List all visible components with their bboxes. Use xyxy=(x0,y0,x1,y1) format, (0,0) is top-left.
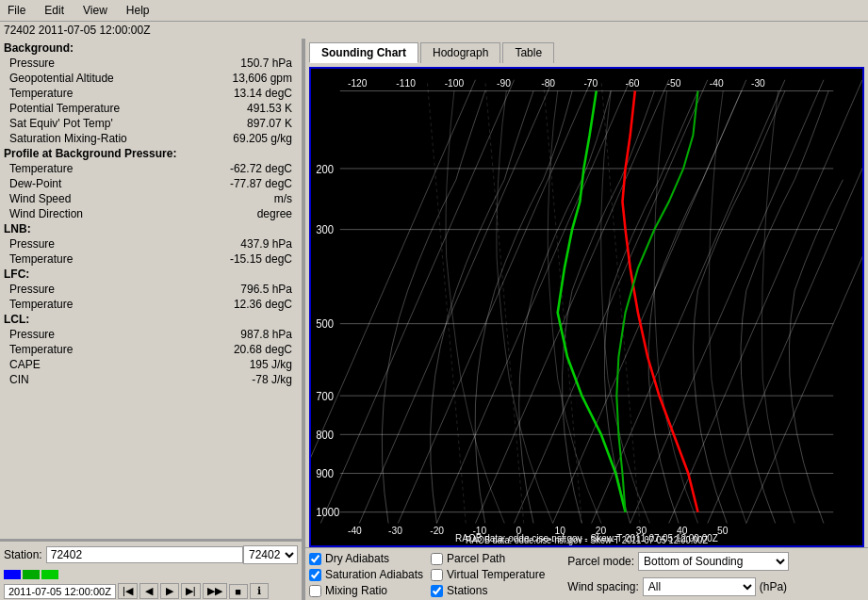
chart-caption: RAOB data: odde.cise-nsf.gov - Skew-T 20… xyxy=(311,533,862,543)
data-label: Dew-Point xyxy=(9,177,61,190)
checkbox-dry-adiabats-input[interactable] xyxy=(309,553,321,565)
data-label: Geopotential Altitude xyxy=(9,72,114,85)
left-panel-wrapper: Background:Pressure150.7 hPaGeopotential… xyxy=(0,39,302,600)
svg-text:900: 900 xyxy=(316,466,334,480)
wind-spacing-unit: (hPa) xyxy=(760,580,787,593)
checkbox-mixing-ratio-input[interactable] xyxy=(309,585,321,597)
data-row: Temperature13.14 degC xyxy=(2,86,300,101)
section-header: LCL: xyxy=(2,312,300,327)
data-row: Pressure150.7 hPa xyxy=(2,56,300,71)
main-layout: Background:Pressure150.7 hPaGeopotential… xyxy=(0,39,868,600)
data-label: Wind Speed xyxy=(9,192,71,205)
data-label: Temperature xyxy=(9,343,73,356)
tab-bar: Sounding Chart Hodograph Table xyxy=(305,39,868,63)
nav-next[interactable]: ▶| xyxy=(181,583,201,599)
svg-rect-0 xyxy=(311,69,862,545)
checkbox-sat-adiabats-input[interactable] xyxy=(309,569,321,581)
section-header: Profile at Background Pressure: xyxy=(2,146,300,161)
checkbox-stations-input[interactable] xyxy=(431,585,443,597)
data-row: Pressure987.8 hPa xyxy=(2,327,300,342)
nav-info[interactable]: ℹ xyxy=(250,583,269,599)
checkbox-dry-adiabats-label[interactable]: Dry Adiabats xyxy=(325,552,389,565)
control-group-3: Parcel mode: Bottom of Sounding Most Uns… xyxy=(567,552,789,596)
station-input[interactable] xyxy=(46,546,243,563)
color-swatch-blue xyxy=(4,570,21,579)
data-row: Temperature12.36 degC xyxy=(2,297,300,312)
checkbox-stations-label[interactable]: Stations xyxy=(447,584,487,597)
svg-text:500: 500 xyxy=(316,317,334,332)
checkbox-virtual-temp-label[interactable]: Virtual Temperature xyxy=(447,568,545,581)
parcel-mode-group: Parcel mode: Bottom of Sounding Most Uns… xyxy=(567,552,789,571)
tab-hodograph[interactable]: Hodograph xyxy=(420,42,500,63)
data-value: 150.7 hPa xyxy=(240,57,292,70)
nav-first[interactable]: |◀ xyxy=(118,583,138,599)
checkbox-parcel-path: Parcel Path xyxy=(431,552,545,565)
checkbox-virtual-temp-input[interactable] xyxy=(431,569,443,581)
tab-table[interactable]: Table xyxy=(502,42,554,63)
station-dropdown[interactable]: 72402 xyxy=(243,545,298,564)
data-row: Wind Speedm/s xyxy=(2,191,300,206)
data-row: Pressure437.9 hPa xyxy=(2,236,300,251)
data-row: CIN-78 J/kg xyxy=(2,372,300,387)
data-label: Pressure xyxy=(9,328,55,341)
data-label: Pressure xyxy=(9,283,55,296)
svg-text:1000: 1000 xyxy=(316,506,339,520)
data-value: 897.07 K xyxy=(247,117,292,130)
menu-view[interactable]: View xyxy=(79,2,111,19)
menu-edit[interactable]: Edit xyxy=(41,2,68,19)
parcel-mode-select[interactable]: Bottom of Sounding Most Unstable Mean La… xyxy=(638,552,789,571)
data-label: Temperature xyxy=(9,162,73,175)
data-value: degree xyxy=(257,207,292,220)
data-row: Temperature-15.15 degC xyxy=(2,251,300,267)
checkbox-parcel-path-input[interactable] xyxy=(431,553,443,565)
nav-last[interactable]: ▶▶ xyxy=(203,583,227,599)
data-value: -62.72 degC xyxy=(230,162,292,175)
checkbox-mixing-ratio-label[interactable]: Mixing Ratio xyxy=(325,584,387,597)
data-label: Pressure xyxy=(9,237,55,251)
control-group-1: Dry Adiabats Saturation Adiabats Mixing … xyxy=(309,552,423,597)
data-value: 69.205 g/kg xyxy=(233,132,292,145)
window-title: 72402 2011-07-05 12:00:00Z xyxy=(0,22,868,39)
menu-file[interactable]: File xyxy=(4,2,29,19)
data-label: Saturation Mixing-Ratio xyxy=(9,132,127,145)
tab-sounding-chart[interactable]: Sounding Chart xyxy=(309,42,418,63)
data-row: Temperature20.68 degC xyxy=(2,342,300,357)
data-value: 13,606 gpm xyxy=(233,72,292,85)
data-row: Saturation Mixing-Ratio69.205 g/kg xyxy=(2,131,300,146)
data-row: Dew-Point-77.87 degC xyxy=(2,176,300,191)
nav-prev[interactable]: ◀ xyxy=(139,583,158,599)
svg-text:300: 300 xyxy=(316,223,334,237)
data-value: 20.68 degC xyxy=(234,343,292,356)
color-swatch-green xyxy=(23,570,40,579)
wind-spacing-select[interactable]: All 50 100 250 xyxy=(643,577,756,596)
menu-help[interactable]: Help xyxy=(123,2,154,19)
data-value: 13.14 degC xyxy=(234,87,292,100)
checkbox-virtual-temp: Virtual Temperature xyxy=(431,568,545,581)
checkbox-sat-adiabats-label[interactable]: Saturation Adiabats xyxy=(325,568,423,581)
data-value: 491.53 K xyxy=(247,102,292,115)
data-label: Temperature xyxy=(9,87,73,100)
chart-inner: 200 300 500 700 800 900 1000 xyxy=(309,67,864,547)
svg-text:-40: -40 xyxy=(710,76,724,89)
data-label: Sat Equiv' Pot Temp' xyxy=(9,117,113,130)
nav-stop[interactable]: ■ xyxy=(229,584,248,599)
data-row: Temperature-62.72 degC xyxy=(2,161,300,176)
control-group-2: Parcel Path Virtual Temperature Stations xyxy=(431,552,545,597)
data-label: Potential Temperature xyxy=(9,102,120,115)
time-display: 2011-07-05 12:00:00Z xyxy=(4,584,116,599)
data-value: 796.5 hPa xyxy=(240,283,292,296)
data-row: Sat Equiv' Pot Temp'897.07 K xyxy=(2,116,300,131)
data-row: Potential Temperature491.53 K xyxy=(2,101,300,116)
svg-text:-100: -100 xyxy=(445,76,465,89)
svg-text:-80: -80 xyxy=(541,76,555,89)
checkbox-stations: Stations xyxy=(431,584,545,597)
checkbox-parcel-path-label[interactable]: Parcel Path xyxy=(447,552,505,565)
data-row: Pressure796.5 hPa xyxy=(2,282,300,297)
checkbox-dry-adiabats: Dry Adiabats xyxy=(309,552,423,565)
svg-text:-60: -60 xyxy=(626,76,640,89)
svg-text:-110: -110 xyxy=(396,76,416,89)
checkbox-sat-adiabats: Saturation Adiabats xyxy=(309,568,423,581)
chart-container: 200 300 500 700 800 900 1000 xyxy=(305,63,868,547)
nav-play[interactable]: ▶ xyxy=(160,583,179,599)
data-value: 195 J/kg xyxy=(250,358,292,371)
